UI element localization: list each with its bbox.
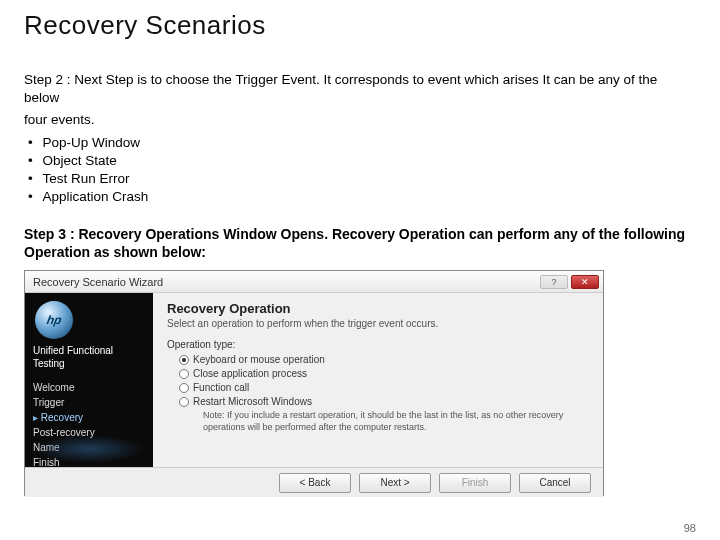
next-button[interactable]: Next >	[359, 473, 431, 493]
sidebar-step-trigger: Trigger	[33, 395, 145, 410]
sidebar-glow	[33, 435, 145, 463]
step2-line2: four events.	[24, 111, 696, 129]
step2-line1: Step 2 : Next Step is to choose the Trig…	[24, 71, 696, 107]
close-button[interactable]: ✕	[571, 275, 599, 289]
wizard-main: Recovery Operation Select an operation t…	[153, 293, 603, 467]
back-button[interactable]: < Back	[279, 473, 351, 493]
trigger-event-list: Pop-Up Window Object State Test Run Erro…	[24, 134, 696, 207]
close-icon: ✕	[581, 277, 589, 287]
finish-button[interactable]: Finish	[439, 473, 511, 493]
help-icon: ?	[551, 277, 556, 287]
wizard-subheading: Select an operation to perform when the …	[167, 318, 589, 329]
help-button[interactable]: ?	[540, 275, 568, 289]
step3-text: Step 3 : Recovery Operations Window Open…	[24, 225, 696, 263]
titlebar-buttons: ? ✕	[540, 275, 599, 289]
page-number: 98	[684, 522, 696, 534]
radio-icon	[179, 369, 189, 379]
operation-type-radios: Keyboard or mouse operation Close applic…	[167, 354, 589, 433]
sidebar-step-recovery: Recovery	[33, 410, 145, 425]
radio-icon	[179, 355, 189, 365]
list-item: Pop-Up Window	[24, 134, 696, 152]
product-name: Unified Functional Testing	[33, 345, 145, 370]
list-item: Application Crash	[24, 188, 696, 206]
wizard-footer: < Back Next > Finish Cancel	[25, 467, 603, 497]
slide: Recovery Scenarios Step 2 : Next Step is…	[0, 0, 720, 540]
cancel-button[interactable]: Cancel	[519, 473, 591, 493]
sidebar-step-welcome: Welcome	[33, 380, 145, 395]
wizard-body: hp Unified Functional Testing Welcome Tr…	[25, 293, 603, 467]
operation-type-label: Operation type:	[167, 339, 589, 350]
recovery-wizard-dialog: Recovery Scenario Wizard ? ✕ hp Unified …	[24, 270, 604, 496]
list-item: Object State	[24, 152, 696, 170]
radio-icon	[179, 383, 189, 393]
page-title: Recovery Scenarios	[24, 10, 696, 41]
step2-block: Step 2 : Next Step is to choose the Trig…	[24, 71, 696, 207]
list-item: Test Run Error	[24, 170, 696, 188]
wizard-sidebar: hp Unified Functional Testing Welcome Tr…	[25, 293, 153, 467]
wizard-titlebar: Recovery Scenario Wizard ? ✕	[25, 271, 603, 293]
radio-close-app[interactable]: Close application process	[179, 368, 589, 379]
radio-keyboard-mouse[interactable]: Keyboard or mouse operation	[179, 354, 589, 365]
wizard-title: Recovery Scenario Wizard	[33, 276, 163, 288]
radio-function-call[interactable]: Function call	[179, 382, 589, 393]
radio-icon	[179, 397, 189, 407]
restart-note: Note: If you include a restart operation…	[179, 410, 589, 433]
wizard-heading: Recovery Operation	[167, 301, 589, 316]
radio-restart-windows[interactable]: Restart Microsoft Windows	[179, 396, 589, 407]
hp-logo-icon: hp	[35, 301, 73, 339]
